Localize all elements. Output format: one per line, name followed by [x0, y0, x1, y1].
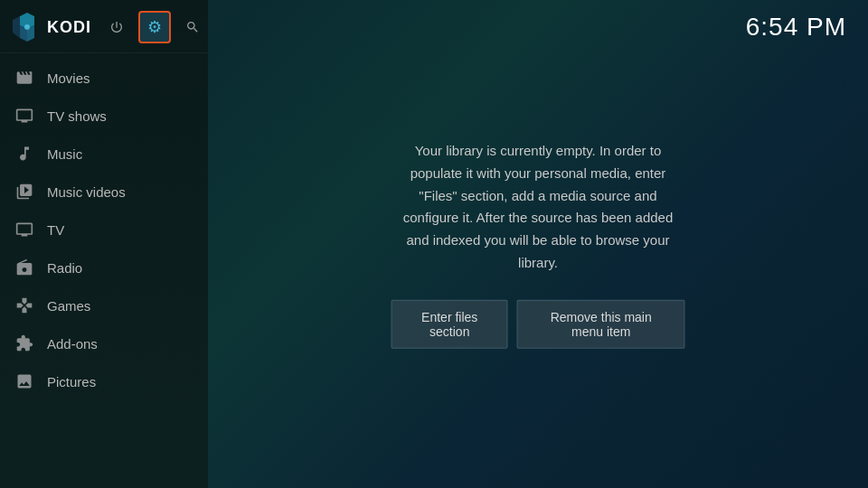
library-empty-message: Your library is currently empty. In orde… — [392, 140, 685, 275]
kodi-logo-text: KODI — [47, 18, 91, 37]
radio-icon — [14, 258, 34, 277]
tv-shows-icon — [14, 106, 34, 126]
main-content: 6:54 PM Your library is currently empty.… — [208, 0, 868, 488]
pictures-icon — [14, 371, 34, 391]
music-videos-icon — [14, 182, 34, 202]
sidebar-item-music[interactable]: Music — [0, 135, 208, 173]
settings-button[interactable]: ⚙ — [138, 11, 171, 43]
addons-icon — [14, 333, 34, 353]
power-button[interactable] — [100, 11, 133, 43]
sidebar-top: KODI ⚙ — [0, 0, 208, 53]
sidebar-item-tv[interactable]: TV — [0, 211, 208, 249]
remove-menu-item-button[interactable]: Remove this main menu item — [517, 299, 685, 348]
sidebar-item-music-label: Music — [47, 146, 82, 162]
sidebar-item-tvshows-label: TV shows — [47, 108, 107, 124]
sidebar-item-musicvideos[interactable]: Music videos — [0, 173, 208, 211]
movies-icon — [14, 68, 34, 88]
svg-point-4 — [24, 24, 30, 30]
search-button[interactable] — [176, 11, 209, 43]
clock: 6:54 PM — [746, 13, 846, 42]
sidebar-item-tv-label: TV — [47, 222, 64, 238]
sidebar-item-tvshows[interactable]: TV shows — [0, 97, 208, 135]
sidebar-item-addons[interactable]: Add-ons — [0, 324, 208, 362]
kodi-logo: KODI — [13, 13, 91, 42]
music-icon — [14, 144, 34, 164]
sidebar-item-radio-label: Radio — [47, 260, 82, 276]
sidebar-item-games-label: Games — [47, 298, 90, 314]
sidebar-item-movies[interactable]: Movies — [0, 59, 208, 97]
search-icon — [185, 20, 200, 34]
sidebar-top-icons: ⚙ — [100, 11, 209, 43]
kodi-logo-icon — [13, 13, 42, 42]
sidebar-item-musicvideos-label: Music videos — [47, 184, 126, 200]
library-buttons: Enter files section Remove this main men… — [392, 299, 685, 348]
sidebar-item-addons-label: Add-ons — [47, 336, 98, 352]
sidebar-item-pictures[interactable]: Pictures — [0, 362, 208, 400]
sidebar-item-games[interactable]: Games — [0, 286, 208, 324]
sidebar-item-pictures-label: Pictures — [47, 374, 96, 389]
sidebar-item-radio[interactable]: Radio — [0, 249, 208, 286]
nav-items: Movies TV shows Music Music videos TV — [0, 59, 208, 488]
sidebar: KODI ⚙ Movies — [0, 0, 208, 488]
sidebar-item-movies-label: Movies — [47, 70, 90, 86]
games-icon — [14, 296, 34, 315]
power-icon — [109, 20, 124, 34]
enter-files-button[interactable]: Enter files section — [392, 299, 508, 348]
tv-icon — [14, 220, 34, 239]
gear-icon: ⚙ — [147, 17, 162, 37]
library-empty-panel: Your library is currently empty. In orde… — [373, 140, 703, 349]
